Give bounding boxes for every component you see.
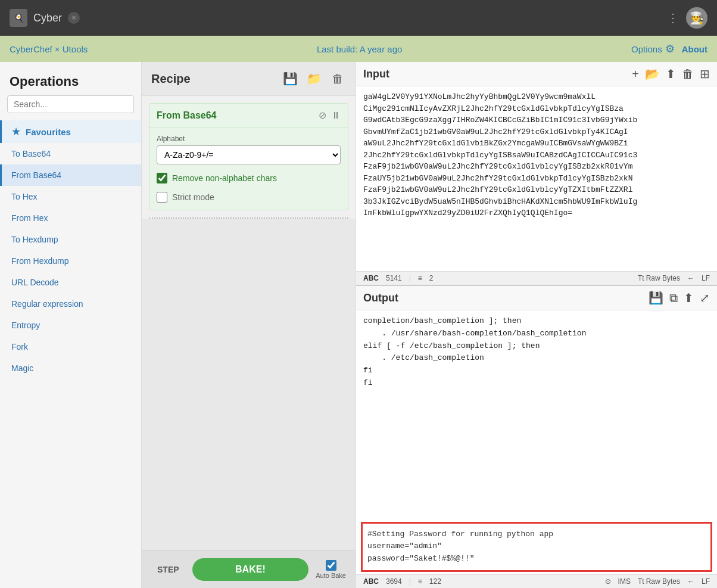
recipe-footer: STEP BAKE! Auto Bake [142, 550, 356, 588]
operation-card-from-base64: From Base64 ⊘ ⏸ Alphabet A-Za-z0-9+/= Re… [149, 103, 348, 210]
input-actions: + 📂 ⬆ 🗑 ⊞ [632, 67, 710, 81]
auto-bake-checkbox[interactable] [326, 560, 336, 571]
open-file-button[interactable]: 📂 [645, 67, 660, 81]
output-lf-button[interactable]: LF [702, 577, 710, 586]
remove-nonalpha-label[interactable]: Remove non-alphabet chars [172, 173, 277, 183]
sidebar-item-url-decode[interactable]: URL Decode [0, 272, 141, 293]
sidebar-item-from-hexdump[interactable]: From Hexdump [0, 250, 141, 272]
titlebar: 🍳 Cyber × ⋮ 👨‍🍳 [0, 0, 717, 36]
sidebar-item-label: To Hexdump [11, 235, 58, 244]
sidebar-item-label: Fork [11, 342, 28, 351]
step-button[interactable]: STEP [151, 561, 185, 578]
menu-dots[interactable]: ⋮ [667, 11, 680, 25]
remove-nonalpha-checkbox[interactable] [157, 173, 167, 183]
app-icon: 🍳 [10, 9, 27, 27]
strict-mode-row: Strict mode [157, 192, 341, 203]
copy-output-button[interactable]: ⧉ [669, 291, 678, 305]
sidebar-item-regex[interactable]: Regular expression [0, 293, 141, 315]
send-to-input-button[interactable]: ⬆ [684, 291, 694, 305]
circle-icon: ⊙ [605, 577, 611, 586]
about-button[interactable]: About [682, 44, 707, 54]
sidebar-item-to-hex[interactable]: To Hex [0, 186, 141, 207]
favourites-label: Favourites [26, 127, 71, 137]
sidebar-item-label: URL Decode [11, 278, 59, 287]
sidebar-item-from-hex[interactable]: From Hex [0, 207, 141, 229]
cyberchef-link[interactable]: CyberChef × Utools [10, 44, 88, 54]
gear-icon: ⚙ [665, 42, 675, 55]
options-button[interactable]: Options ⚙ [631, 42, 675, 55]
sidebar-item-from-base64[interactable]: From Base64 [0, 164, 141, 186]
sidebar-item-entropy[interactable]: Entropy [0, 315, 141, 336]
sidebar-item-label: From Hex [11, 213, 48, 223]
add-input-button[interactable]: + [632, 67, 639, 81]
delete-recipe-button[interactable]: 🗑 [329, 70, 346, 87]
remove-nonalpha-row: Remove non-alphabet chars [157, 173, 341, 183]
input-content[interactable]: gaW4gL2V0Yy91YXNoLmJhc2hyYyBhbmQgL2V0Yy9… [356, 86, 717, 271]
auto-bake-wrap: Auto Bake [316, 560, 346, 579]
star-icon: ★ [11, 125, 21, 138]
input-statusbar: ABC 5141 | ≡ 2 Tt Raw Bytes ← LF [356, 271, 717, 285]
output-section: Output 💾 ⧉ ⬆ ⤢ completion/bash_completio… [356, 286, 717, 588]
input-lines-count: 2 [429, 274, 434, 282]
font-icon-output: Tt [638, 577, 644, 586]
input-title: Input [363, 68, 632, 80]
save-recipe-button[interactable]: 💾 [282, 70, 298, 87]
recipe-title: Recipe [151, 72, 275, 86]
output-actions: 💾 ⧉ ⬆ ⤢ [649, 291, 710, 305]
paste-button[interactable]: ⬆ [666, 67, 676, 81]
output-lines-count: 122 [429, 577, 441, 586]
sidebar-item-magic[interactable]: Magic [0, 357, 141, 379]
search-input[interactable] [7, 95, 134, 113]
sidebar-item-label: Magic [11, 363, 33, 373]
sidebar-item-label: To Base64 [11, 149, 51, 158]
font-icon: Tt [638, 274, 644, 282]
output-header: Output 💾 ⧉ ⬆ ⤢ [356, 286, 717, 310]
output-normal-content: completion/bash_completion ]; then . /us… [356, 310, 717, 519]
sidebar-item-to-hexdump[interactable]: To Hexdump [0, 229, 141, 250]
strict-mode-label[interactable]: Strict mode [172, 192, 214, 202]
open-recipe-button[interactable]: 📁 [305, 70, 322, 87]
raw-bytes-button[interactable]: Tt Raw Bytes [638, 274, 680, 282]
chef-icon: 🍳 [14, 13, 24, 23]
bake-button[interactable]: BAKE! [192, 558, 309, 581]
auto-bake-label[interactable]: Auto Bake [316, 572, 346, 579]
operation-card-body: Alphabet A-Za-z0-9+/= Remove non-alphabe… [149, 127, 348, 210]
app-title: Cyber [33, 12, 62, 24]
input-char-count: 5141 [386, 274, 402, 282]
operation-card-header: From Base64 ⊘ ⏸ [149, 104, 348, 127]
arrow-icon: ← [687, 274, 694, 282]
recipe-empty-area [142, 219, 356, 550]
operation-actions: ⊘ ⏸ [319, 110, 341, 121]
sidebar-item-to-base64[interactable]: To Base64 [0, 143, 141, 164]
close-button[interactable]: × [68, 12, 80, 24]
operation-title: From Base64 [157, 110, 319, 121]
input-header: Input + 📂 ⬆ 🗑 ⊞ [356, 62, 717, 86]
output-raw-bytes-button[interactable]: Tt Raw Bytes [638, 577, 680, 586]
input-section: Input + 📂 ⬆ 🗑 ⊞ gaW4gL2V0Yy91YXNoLmJhc2h… [356, 62, 717, 286]
build-info[interactable]: Last build: A year ago [88, 44, 631, 54]
sidebar-item-label: Regular expression [11, 299, 83, 309]
right-panel: Input + 📂 ⬆ 🗑 ⊞ gaW4gL2V0Yy91YXNoLmJhc2h… [356, 62, 717, 588]
save-output-button[interactable]: 💾 [649, 291, 663, 305]
recipe-header: Recipe 💾 📁 🗑 [142, 62, 356, 96]
output-title: Output [363, 292, 649, 304]
input-abc-label: ABC [363, 274, 379, 282]
recipe-panel: Recipe 💾 📁 🗑 From Base64 ⊘ ⏸ Alphabet A-… [142, 62, 356, 588]
main-layout: Operations ★ Favourites To Base64 From B… [0, 62, 717, 588]
layout-button[interactable]: ⊞ [700, 67, 710, 81]
pause-operation-button[interactable]: ⏸ [331, 110, 341, 121]
sidebar-item-label: From Base64 [11, 170, 61, 180]
lf-button[interactable]: LF [702, 274, 710, 282]
sidebar-item-label: To Hex [11, 192, 38, 201]
fullscreen-output-button[interactable]: ⤢ [700, 291, 710, 305]
sidebar-item-fork[interactable]: Fork [0, 336, 141, 357]
input-lines-icon: ≡ [418, 274, 422, 282]
strict-mode-checkbox[interactable] [157, 192, 167, 203]
output-raw-bytes-label: Raw Bytes [646, 577, 680, 586]
raw-bytes-label: Raw Bytes [646, 274, 680, 282]
options-label: Options [631, 44, 662, 54]
disable-operation-button[interactable]: ⊘ [319, 110, 326, 121]
sidebar-favourites[interactable]: ★ Favourites [0, 120, 141, 143]
alphabet-select[interactable]: A-Za-z0-9+/= [157, 145, 341, 164]
clear-input-button[interactable]: 🗑 [682, 67, 694, 81]
